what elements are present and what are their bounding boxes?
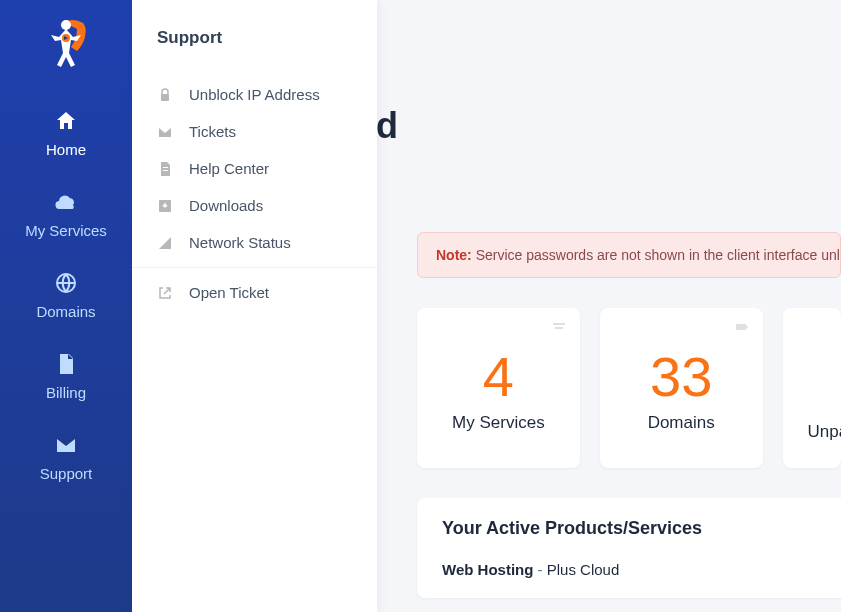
layers-icon (552, 322, 566, 332)
submenu-item-network-status[interactable]: Network Status (132, 224, 377, 261)
nav-label: Domains (0, 303, 132, 320)
submenu-item-help-center[interactable]: Help Center (132, 150, 377, 187)
stats-cards: 4 My Services 33 Domains Unpaid (417, 308, 841, 468)
sidebar-item-home[interactable]: Home (0, 95, 132, 176)
svg-point-0 (61, 20, 71, 30)
sidebar-item-support[interactable]: Support (0, 419, 132, 500)
page-title: rd (362, 105, 841, 147)
card-number: 33 (615, 344, 748, 409)
card-domains[interactable]: 33 Domains (600, 308, 763, 468)
nav-label: Billing (0, 384, 132, 401)
sidebar-item-billing[interactable]: Billing (0, 338, 132, 419)
separator: - (533, 561, 546, 578)
submenu-label: Help Center (189, 160, 269, 177)
tag-icon (735, 322, 749, 332)
active-products-panel: Your Active Products/Services Web Hostin… (417, 498, 841, 598)
submenu-label: Downloads (189, 197, 263, 214)
submenu-label: Network Status (189, 234, 291, 251)
submenu-title: Support (132, 28, 377, 70)
svg-rect-5 (555, 327, 563, 329)
submenu-label: Unblock IP Address (189, 86, 320, 103)
globe-icon (54, 271, 78, 295)
submenu-label: Open Ticket (189, 284, 269, 301)
submenu-label: Tickets (189, 123, 236, 140)
envelope-icon (157, 124, 173, 140)
svg-rect-4 (553, 323, 565, 325)
svg-rect-9 (163, 170, 168, 171)
mail-icon (54, 433, 78, 457)
submenu-section-2: Open Ticket (132, 268, 377, 317)
logo[interactable] (41, 15, 91, 70)
panel-title: Your Active Products/Services (442, 518, 841, 539)
alert-text: Service passwords are not shown in the c… (472, 247, 841, 263)
card-label: Domains (615, 413, 748, 433)
svg-rect-6 (161, 94, 169, 101)
card-my-services[interactable]: 4 My Services (417, 308, 580, 468)
signal-icon (157, 235, 173, 251)
submenu-item-downloads[interactable]: Downloads (132, 187, 377, 224)
submenu-section-1: Unblock IP Address Tickets Help Center D… (132, 70, 377, 268)
alert-prefix: Note: (436, 247, 472, 263)
download-icon (157, 198, 173, 214)
nav-label: My Services (0, 222, 132, 239)
submenu-item-unblock-ip[interactable]: Unblock IP Address (132, 76, 377, 113)
product-plan: Plus Cloud (547, 561, 620, 578)
sidebar: Home My Services Domains Billing Support (0, 0, 132, 612)
sidebar-item-domains[interactable]: Domains (0, 257, 132, 338)
file-icon (54, 352, 78, 376)
card-number: 4 (432, 344, 565, 409)
product-name: Web Hosting (442, 561, 533, 578)
nav-label: Support (0, 465, 132, 482)
document-icon (157, 161, 173, 177)
lock-icon (157, 87, 173, 103)
card-label: My Services (432, 413, 565, 433)
card-unpaid[interactable]: Unpaid (783, 308, 841, 468)
sidebar-item-my-services[interactable]: My Services (0, 176, 132, 257)
support-submenu: Support Unblock IP Address Tickets Help … (132, 0, 377, 612)
alert-note: Note: Service passwords are not shown in… (417, 232, 841, 278)
home-icon (54, 109, 78, 133)
external-link-icon (157, 285, 173, 301)
cloud-icon (54, 190, 78, 214)
submenu-item-tickets[interactable]: Tickets (132, 113, 377, 150)
svg-rect-8 (163, 167, 168, 168)
product-row[interactable]: Web Hosting - Plus Cloud (442, 561, 841, 578)
card-label: Unpaid (798, 422, 826, 442)
submenu-item-open-ticket[interactable]: Open Ticket (132, 274, 377, 311)
nav-label: Home (0, 141, 132, 158)
